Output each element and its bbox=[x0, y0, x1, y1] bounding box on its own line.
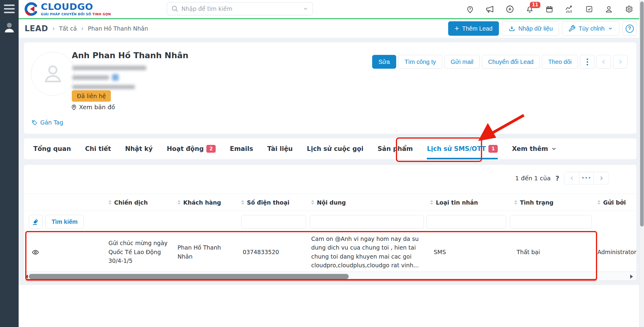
previous-record-button[interactable] bbox=[597, 55, 611, 69]
chevron-down-icon bbox=[551, 146, 557, 152]
pagination-controls: ••• bbox=[564, 172, 609, 184]
location-help-icon[interactable]: ? bbox=[466, 5, 475, 14]
cell-khach-hang: Phan Hồ Thanh Nhân bbox=[178, 233, 229, 272]
tab-nhat-ky[interactable]: Nhật ký bbox=[125, 138, 153, 159]
cell-loai-tin-nhan: SMS bbox=[434, 233, 479, 272]
settings-gear-icon[interactable] bbox=[624, 5, 633, 14]
chevron-left-icon bbox=[601, 59, 607, 65]
view-record-button[interactable] bbox=[32, 233, 44, 272]
breadcrumb-item-all[interactable]: Tất cả bbox=[59, 25, 77, 32]
sort-icon[interactable] bbox=[430, 200, 433, 205]
user-profile-icon[interactable] bbox=[604, 5, 613, 14]
pagination-prev-button[interactable] bbox=[564, 172, 579, 184]
page-scrollbar[interactable] bbox=[639, 0, 644, 327]
breadcrumb-module[interactable]: LEAD bbox=[25, 24, 48, 33]
tab-chi-tiet[interactable]: Chi tiết bbox=[85, 138, 111, 159]
follow-button[interactable]: Theo dõi bbox=[542, 55, 578, 69]
tab-tong-quan[interactable]: Tổng quan bbox=[33, 138, 71, 159]
blurred-phone-icon bbox=[112, 74, 119, 81]
megaphone-icon[interactable] bbox=[485, 5, 494, 14]
add-lead-button[interactable]: + Thêm Lead bbox=[448, 21, 499, 36]
convert-lead-button[interactable]: Chuyển đổi Lead bbox=[482, 55, 540, 69]
pagination-range: 1 đến 1 của bbox=[515, 175, 551, 182]
find-company-button[interactable]: Tìm công ty bbox=[398, 55, 442, 69]
status-badge[interactable]: Đã liên hệ bbox=[72, 90, 111, 102]
tab-xem-them[interactable]: Xem thêm bbox=[512, 138, 557, 159]
tab-lich-su-cuoc-goi[interactable]: Lịch sử cuộc gọi bbox=[307, 138, 363, 159]
sort-icon[interactable] bbox=[311, 200, 314, 205]
column-header-so-dien-thoai[interactable]: Số điện thoại bbox=[241, 194, 290, 211]
filter-input-so-dien-thoai[interactable] bbox=[241, 215, 306, 229]
breadcrumb-separator: › bbox=[81, 25, 84, 32]
plus-circle-icon[interactable] bbox=[505, 5, 514, 14]
logo-text: CLOUDGO GIẢI PHÁP CHUYỂN ĐỔI SỐ TINH GỌN bbox=[41, 2, 111, 16]
sort-icon[interactable] bbox=[597, 200, 600, 205]
tab-san-pham[interactable]: Sản phẩm bbox=[378, 138, 413, 159]
tab-tai-lieu[interactable]: Tài liệu bbox=[267, 138, 293, 159]
filter-input-loai-tin-nhan[interactable] bbox=[426, 215, 506, 229]
tab-hoat-dong[interactable]: Hoạt động 2 bbox=[167, 138, 216, 159]
chevron-down-icon[interactable] bbox=[302, 6, 308, 12]
column-header-gui-boi[interactable]: Gửi bởi bbox=[597, 194, 626, 211]
cloudgo-crm-screen: CLOUDGO GIẢI PHÁP CHUYỂN ĐỔI SỐ TINH GỌN… bbox=[0, 0, 644, 327]
record-tabs-bar: Tổng quan Chi tiết Nhật ký Hoạt động 2 E… bbox=[23, 138, 637, 160]
table-search-button[interactable]: Tìm kiếm bbox=[45, 215, 84, 229]
scroll-left-arrow-icon[interactable] bbox=[25, 274, 28, 279]
lead-action-buttons: Sửa Tìm công ty Gửi mail Chuyển đổi Lead… bbox=[372, 55, 627, 69]
sort-icon[interactable] bbox=[241, 200, 244, 205]
assign-tag-link[interactable]: Gán Tag bbox=[32, 119, 63, 126]
column-header-noi-dung[interactable]: Nội dung bbox=[311, 194, 346, 211]
column-header-loai-tin-nhan[interactable]: Loại tin nhắn bbox=[430, 194, 478, 211]
table-row[interactable]: Gửi chúc mừng ngày Quốc Tế Lao Động 30/4… bbox=[24, 233, 637, 272]
lead-avatar[interactable] bbox=[31, 52, 75, 96]
global-search[interactable] bbox=[167, 2, 313, 15]
chevron-down-icon bbox=[608, 26, 613, 31]
sidebar-user-icon[interactable] bbox=[4, 22, 15, 33]
search-icon bbox=[171, 5, 178, 12]
pagination-help-icon[interactable]: ? bbox=[555, 175, 559, 182]
column-header-chien-dich[interactable]: Chiến dịch bbox=[108, 194, 148, 211]
calendar-icon[interactable] bbox=[545, 5, 554, 14]
page-scrollbar-thumb[interactable] bbox=[640, 2, 644, 226]
horizontal-scrollbar-thumb[interactable] bbox=[29, 274, 349, 279]
scroll-right-arrow-icon[interactable] bbox=[630, 274, 633, 279]
column-header-khach-hang[interactable]: Khách hàng bbox=[178, 194, 221, 211]
sort-icon[interactable] bbox=[178, 200, 181, 205]
tab-emails[interactable]: Emails bbox=[230, 138, 253, 159]
horizontal-scrollbar[interactable] bbox=[24, 272, 637, 280]
send-mail-button[interactable]: Gửi mail bbox=[444, 55, 480, 69]
help-button[interactable]: ? bbox=[622, 21, 637, 36]
breadcrumb-separator: › bbox=[52, 25, 55, 32]
top-icon-row: ? 11 bbox=[466, 0, 633, 18]
sort-icon[interactable] bbox=[108, 200, 111, 205]
breadcrumb-bar: LEAD › Tất cả › Phan Hồ Thanh Nhân + Thê… bbox=[19, 19, 644, 38]
edit-button[interactable]: Sửa bbox=[372, 55, 396, 69]
tab-lich-su-sms-ott[interactable]: Lịch sử SMS/OTT 1 bbox=[427, 138, 498, 159]
tasks-checkbox-icon[interactable] bbox=[585, 5, 594, 14]
tab-badge: 2 bbox=[206, 145, 216, 152]
notifications-bell-icon[interactable]: 11 bbox=[525, 5, 534, 14]
menu-icon[interactable] bbox=[4, 4, 15, 15]
cloudgo-logo[interactable]: CLOUDGO GIẢI PHÁP CHUYỂN ĐỔI SỐ TINH GỌN bbox=[24, 2, 111, 16]
customize-button[interactable]: Tùy chỉnh bbox=[562, 21, 619, 36]
more-actions-button[interactable] bbox=[580, 55, 594, 69]
pagination-pages-button[interactable]: ••• bbox=[579, 172, 594, 184]
filter-input-tinh-trang[interactable] bbox=[510, 215, 592, 229]
clear-filters-button[interactable] bbox=[29, 215, 43, 229]
filter-input-noi-dung[interactable] bbox=[310, 215, 424, 229]
view-map-link[interactable]: Xem bản đồ bbox=[71, 104, 115, 111]
analytics-chart-icon[interactable] bbox=[565, 5, 574, 14]
next-record-button[interactable] bbox=[613, 55, 627, 69]
sort-icon[interactable] bbox=[514, 200, 517, 205]
kebab-menu-icon bbox=[587, 58, 588, 65]
table-filter-row: Tìm kiếm bbox=[24, 211, 637, 233]
import-data-button[interactable]: Nhập dữ liệu bbox=[502, 21, 559, 36]
global-search-input[interactable] bbox=[181, 5, 299, 12]
table-header-row: Chiến dịch Khách hàng Số điện thoại Nội … bbox=[24, 194, 637, 211]
chevron-right-icon bbox=[599, 176, 604, 181]
pagination-next-button[interactable] bbox=[594, 172, 609, 184]
column-header-tinh-trang[interactable]: Tình trạng bbox=[514, 194, 554, 211]
lead-profile-card: Anh Phan Hồ Thanh Nhân Đã liên hệ Xem bả… bbox=[23, 42, 637, 134]
brand-tagline: GIẢI PHÁP CHUYỂN ĐỔI SỐ TINH GỌN bbox=[41, 12, 111, 16]
breadcrumb-item-record[interactable]: Phan Hồ Thanh Nhân bbox=[88, 25, 148, 32]
